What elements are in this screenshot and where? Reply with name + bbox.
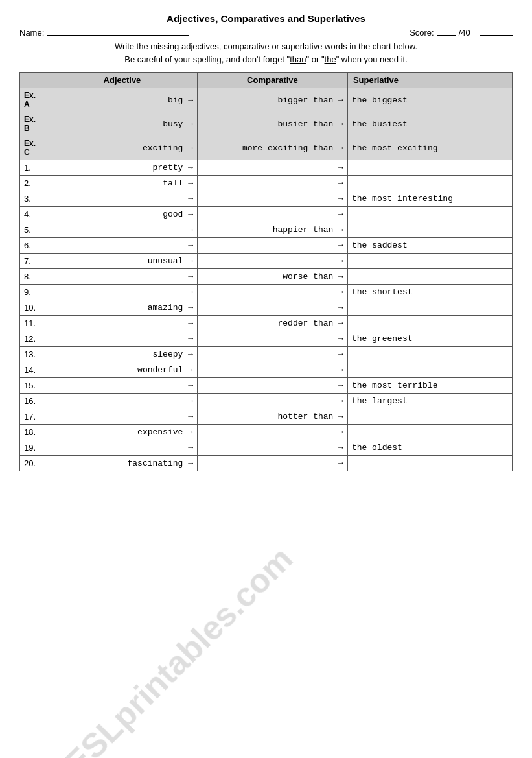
table-row: 4. good → → (20, 207, 513, 222)
adjective-cell: big → (47, 88, 197, 112)
comparative-cell: → (197, 254, 347, 269)
comparative-cell: more exciting than → (197, 136, 347, 160)
table-row: 9. → → the shortest (20, 285, 513, 300)
superlative-cell (347, 222, 512, 238)
row-num: 2. (20, 176, 47, 191)
table-row: 2. tall → → (20, 176, 513, 191)
comparative-cell: → (197, 176, 347, 191)
example-row: Ex. A big → bigger than → the biggest (20, 88, 513, 112)
comparative-cell: → (197, 331, 347, 347)
adjective-cell: → (47, 316, 197, 331)
superlative-cell: the most exciting (347, 136, 512, 160)
adjective-cell: → (47, 238, 197, 254)
comparative-cell: busier than → (197, 112, 347, 136)
row-num: 6. (20, 238, 47, 254)
comparative-cell: → (197, 238, 347, 254)
adjective-cell: unusual → (47, 254, 197, 269)
table-row: 14. wonderful → → (20, 362, 513, 378)
adjective-cell: → (47, 269, 197, 285)
superlative-cell (347, 362, 512, 378)
superlative-cell: the biggest (347, 88, 512, 112)
table-row: 19. → → the oldest (20, 440, 513, 456)
col-header-superlative: Superlative (347, 73, 512, 88)
adjective-cell: → (47, 409, 197, 425)
superlative-cell (347, 269, 512, 285)
score-label: Score: (410, 28, 434, 38)
adjective-cell: → (47, 331, 197, 347)
row-num: 20. (20, 456, 47, 471)
superlative-cell (347, 254, 512, 269)
score-denom: /40 = (459, 28, 478, 38)
adjective-cell: tall → (47, 176, 197, 191)
score-total-line (480, 35, 513, 36)
name-label: Name: (19, 28, 44, 38)
row-num: 9. (20, 285, 47, 300)
adjective-cell: sleepy → (47, 347, 197, 362)
main-table: Adjective Comparative Superlative Ex. A … (19, 72, 513, 471)
example-row: Ex. B busy → busier than → the busiest (20, 112, 513, 136)
superlative-cell: the saddest (347, 238, 512, 254)
table-row: 10. amazing → → (20, 300, 513, 316)
adjective-cell: good → (47, 207, 197, 222)
adjective-cell: wonderful → (47, 362, 197, 378)
comparative-cell: happier than → (197, 222, 347, 238)
table-row: 18. expensive → → (20, 425, 513, 440)
adjective-cell: amazing → (47, 300, 197, 316)
row-num: 16. (20, 394, 47, 409)
row-num: 15. (20, 378, 47, 394)
adjective-cell: → (47, 191, 197, 207)
adjective-cell: exciting → (47, 136, 197, 160)
row-num: 7. (20, 254, 47, 269)
row-num: 3. (20, 191, 47, 207)
adjective-cell: → (47, 285, 197, 300)
comparative-cell: → (197, 362, 347, 378)
col-header-num (20, 73, 47, 88)
header: Name: Score: /40 = (19, 28, 513, 38)
row-num: 11. (20, 316, 47, 331)
example-row: Ex. C exciting → more exciting than → th… (20, 136, 513, 160)
row-num: 13. (20, 347, 47, 362)
superlative-cell: the shortest (347, 285, 512, 300)
col-header-comparative: Comparative (197, 73, 347, 88)
row-num: Ex. B (20, 112, 47, 136)
superlative-cell (347, 300, 512, 316)
adjective-cell: → (47, 394, 197, 409)
adjective-cell: expensive → (47, 425, 197, 440)
page-title: Adjectives, Comparatives and Superlative… (19, 13, 513, 24)
score-value-line (437, 35, 456, 36)
row-num: 4. (20, 207, 47, 222)
row-num: Ex. C (20, 136, 47, 160)
table-row: 8. → worse than → (20, 269, 513, 285)
row-num: 1. (20, 160, 47, 176)
comparative-cell: hotter than → (197, 409, 347, 425)
col-header-adjective: Adjective (47, 73, 197, 88)
superlative-cell (347, 207, 512, 222)
comparative-cell: redder than → (197, 316, 347, 331)
table-row: 6. → → the saddest (20, 238, 513, 254)
table-row: 15. → → the most terrible (20, 378, 513, 394)
row-num: Ex. A (20, 88, 47, 112)
comparative-cell: → (197, 456, 347, 471)
superlative-cell: the busiest (347, 112, 512, 136)
comparative-cell: → (197, 285, 347, 300)
row-num: 14. (20, 362, 47, 378)
comparative-cell: → (197, 378, 347, 394)
table-row: 12. → → the greenest (20, 331, 513, 347)
row-num: 17. (20, 409, 47, 425)
instruction-line-2: Be careful of your spelling, and don't f… (19, 53, 513, 66)
comparative-cell: → (197, 347, 347, 362)
table-row: 11. → redder than → (20, 316, 513, 331)
row-num: 19. (20, 440, 47, 456)
table-row: 3. → → the most interesting (20, 191, 513, 207)
table-row: 13. sleepy → → (20, 347, 513, 362)
superlative-cell (347, 456, 512, 471)
row-num: 12. (20, 331, 47, 347)
superlative-cell: the most terrible (347, 378, 512, 394)
adjective-cell: fascinating → (47, 456, 197, 471)
adjective-cell: → (47, 222, 197, 238)
table-header-row: Adjective Comparative Superlative (20, 73, 513, 88)
superlative-cell: the oldest (347, 440, 512, 456)
row-num: 8. (20, 269, 47, 285)
adjective-cell: → (47, 440, 197, 456)
row-num: 18. (20, 425, 47, 440)
